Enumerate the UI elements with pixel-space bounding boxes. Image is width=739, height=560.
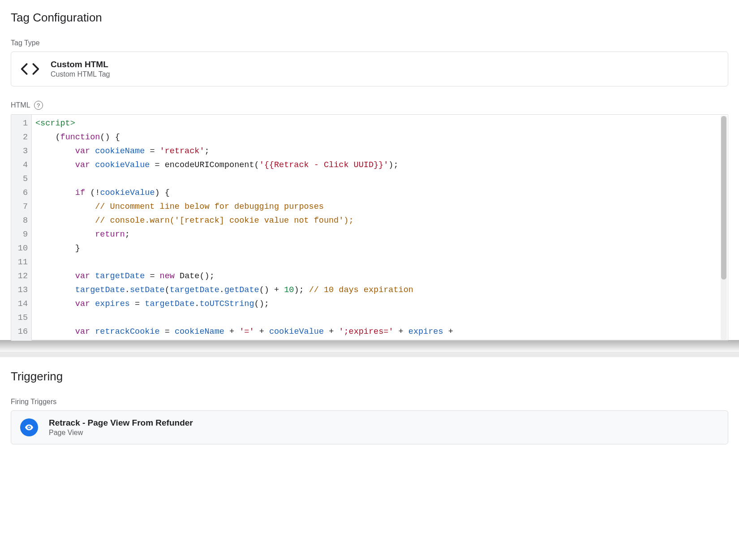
scrollbar-thumb[interactable]	[721, 116, 726, 280]
code-line[interactable]	[35, 255, 724, 269]
code-line[interactable]	[35, 311, 724, 325]
code-line[interactable]: var cookieName = 'retrack';	[35, 144, 724, 158]
help-icon[interactable]: ?	[34, 101, 43, 110]
firing-triggers-label: Firing Triggers	[11, 398, 728, 406]
tag-type-title: Custom HTML	[51, 60, 110, 69]
html-label-text: HTML	[11, 101, 30, 109]
code-gutter: 12345678910111213141516	[11, 115, 32, 340]
tag-type-subtitle: Custom HTML Tag	[51, 70, 110, 78]
code-line[interactable]: <script>	[35, 116, 724, 130]
code-icon	[20, 59, 40, 79]
section-gap	[0, 352, 739, 357]
code-line[interactable]: // console.warn('[retrack] cookie value …	[35, 214, 724, 228]
code-line[interactable]: var cookieValue = encodeURIComponent('{{…	[35, 158, 724, 172]
pageview-icon	[20, 418, 38, 436]
code-line[interactable]: // Uncomment line below for debugging pu…	[35, 200, 724, 214]
code-line[interactable]	[35, 172, 724, 186]
trigger-title: Retrack - Page View From Refunder	[49, 418, 193, 428]
code-line[interactable]: targetDate.setDate(targetDate.getDate() …	[35, 283, 724, 297]
trigger-subtitle: Page View	[49, 429, 193, 437]
section-shadow-divider	[0, 340, 739, 352]
tag-type-label: Tag Type	[11, 39, 728, 47]
triggering-section: Triggering Firing Triggers Retrack - Pag…	[0, 357, 739, 461]
section-heading-triggering: Triggering	[11, 370, 728, 383]
code-line[interactable]: if (!cookieValue) {	[35, 186, 724, 200]
code-line[interactable]: (function() {	[35, 130, 724, 144]
section-heading-tag-config: Tag Configuration	[11, 11, 728, 25]
scrollbar-track[interactable]	[721, 116, 727, 340]
code-line[interactable]: }	[35, 241, 724, 255]
trigger-card[interactable]: Retrack - Page View From Refunder Page V…	[11, 410, 728, 444]
code-area[interactable]: <script> (function() { var cookieName = …	[32, 115, 728, 340]
code-line[interactable]: return;	[35, 228, 724, 241]
html-field-label: HTML ?	[11, 101, 728, 110]
tag-configuration-section: Tag Configuration Tag Type Custom HTML C…	[0, 0, 739, 341]
code-line[interactable]: var retrackCookie = cookieName + '=' + c…	[35, 325, 724, 339]
tag-type-card[interactable]: Custom HTML Custom HTML Tag	[11, 52, 728, 86]
code-line[interactable]: var targetDate = new Date();	[35, 269, 724, 283]
html-code-editor[interactable]: 12345678910111213141516 <script> (functi…	[11, 114, 728, 341]
code-line[interactable]: var expires = targetDate.toUTCString();	[35, 297, 724, 311]
